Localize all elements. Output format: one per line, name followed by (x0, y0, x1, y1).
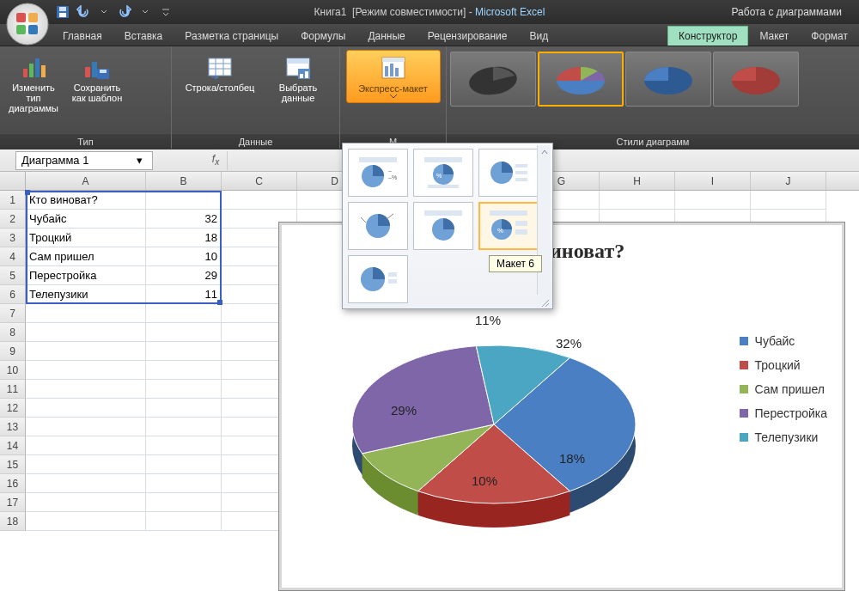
scroll-up-icon[interactable] (538, 145, 551, 159)
cell-A5[interactable]: Перестройка (26, 266, 146, 285)
quick-layout-button[interactable]: Экспресс-макет (346, 50, 441, 103)
tab-pagelayout[interactable]: Разметка страницы (174, 26, 289, 46)
cell-A7[interactable] (26, 304, 146, 323)
pie-plot-area[interactable]: 32% 18% 10% 29% 11% (331, 283, 657, 558)
tab-view[interactable]: Вид (518, 26, 559, 46)
row-header-1[interactable]: 1 (0, 191, 26, 210)
cell-C1[interactable] (222, 191, 297, 210)
col-header-A[interactable]: A (26, 172, 146, 190)
cell-B16[interactable] (146, 474, 222, 493)
row-header-3[interactable]: 3 (0, 229, 26, 247)
chart-style-2[interactable] (538, 52, 624, 107)
tab-layout[interactable]: Макет (748, 26, 800, 46)
row-header-8[interactable]: 8 (0, 323, 26, 342)
cell-B4[interactable]: 10 (146, 247, 222, 266)
cell-J1[interactable] (751, 191, 826, 210)
chart-style-3[interactable] (625, 52, 711, 107)
row-header-14[interactable]: 14 (0, 436, 26, 455)
qat-customize-icon[interactable] (156, 3, 175, 21)
cell-B10[interactable] (146, 361, 222, 380)
col-header-B[interactable]: B (146, 172, 222, 190)
row-header-18[interactable]: 18 (0, 512, 26, 531)
cell-B11[interactable] (146, 380, 222, 399)
change-chart-type-button[interactable]: Изменить типдиаграммы (3, 50, 64, 117)
row-header-7[interactable]: 7 (0, 304, 26, 323)
cell-B5[interactable]: 29 (146, 266, 222, 285)
tab-design[interactable]: Конструктор (667, 26, 748, 46)
chart-style-1[interactable] (450, 52, 536, 107)
layout-option-6[interactable]: % (478, 202, 539, 250)
cell-A8[interactable] (26, 323, 146, 342)
cell-A11[interactable] (26, 380, 146, 399)
row-header-12[interactable]: 12 (0, 399, 26, 418)
undo-more-icon[interactable] (94, 3, 113, 21)
layout-option-5[interactable] (413, 202, 473, 250)
redo-button[interactable] (115, 3, 134, 21)
cell-A2[interactable]: Чубайс (26, 210, 146, 229)
redo-more-icon[interactable] (136, 3, 155, 21)
undo-button[interactable] (74, 3, 93, 21)
cell-A1[interactable]: Кто виноват? (26, 191, 146, 210)
cell-A18[interactable] (26, 512, 146, 531)
col-header-I[interactable]: I (675, 172, 751, 190)
row-header-15[interactable]: 15 (0, 455, 26, 474)
row-header-2[interactable]: 2 (0, 210, 26, 229)
cell-B13[interactable] (146, 418, 222, 436)
cell-A10[interactable] (26, 361, 146, 380)
cell-A4[interactable]: Сам пришел (26, 247, 146, 266)
name-box-dropdown-icon[interactable]: ▾ (131, 154, 147, 167)
col-header-J[interactable]: J (751, 172, 826, 190)
cell-A6[interactable]: Телепузики (26, 285, 146, 304)
resize-grip-icon[interactable] (540, 296, 551, 307)
row-header-6[interactable]: 6 (0, 285, 26, 304)
cell-B12[interactable] (146, 399, 222, 418)
cell-A3[interactable]: Троцкий (26, 229, 146, 247)
cell-A16[interactable] (26, 474, 146, 493)
tab-data[interactable]: Данные (356, 26, 416, 46)
row-header-10[interactable]: 10 (0, 361, 26, 380)
name-box[interactable]: Диаграмма 1 ▾ (15, 151, 153, 170)
save-button[interactable] (53, 3, 72, 21)
row-header-16[interactable]: 16 (0, 474, 26, 493)
row-header-13[interactable]: 13 (0, 418, 26, 436)
layout-option-3[interactable] (478, 149, 539, 197)
layout-option-1[interactable]: ––% (348, 149, 408, 197)
cell-B8[interactable] (146, 323, 222, 342)
cell-B18[interactable] (146, 512, 222, 531)
cell-A13[interactable] (26, 418, 146, 436)
cell-B7[interactable] (146, 304, 222, 323)
row-header-5[interactable]: 5 (0, 266, 26, 285)
cell-B1[interactable] (146, 191, 222, 210)
row-header-9[interactable]: 9 (0, 342, 26, 361)
cell-B6[interactable]: 11 (146, 285, 222, 304)
office-button[interactable] (5, 2, 50, 46)
tab-formulas[interactable]: Формулы (289, 26, 356, 46)
layout-option-7[interactable] (348, 255, 408, 303)
cell-B17[interactable] (146, 493, 222, 512)
select-all-corner[interactable] (0, 172, 26, 190)
save-template-button[interactable]: Сохранитькак шаблон (67, 50, 127, 107)
cell-A15[interactable] (26, 455, 146, 474)
switch-row-col-button[interactable]: Строка/столбец (175, 50, 265, 96)
cell-B9[interactable] (146, 342, 222, 361)
tab-review[interactable]: Рецензирование (417, 26, 519, 46)
chart-legend[interactable]: Чубайс Троцкий Сам пришел Перестройка Те… (740, 334, 827, 454)
cell-A9[interactable] (26, 342, 146, 361)
tab-home[interactable]: Главная (52, 26, 113, 46)
chart-style-4[interactable] (713, 52, 799, 107)
cell-B14[interactable] (146, 436, 222, 455)
col-header-C[interactable]: C (222, 172, 297, 190)
layout-option-4[interactable] (348, 202, 408, 250)
cell-H1[interactable] (600, 191, 675, 210)
cell-B2[interactable]: 32 (146, 210, 222, 229)
row-header-4[interactable]: 4 (0, 247, 26, 266)
tab-format[interactable]: Формат (800, 26, 859, 46)
cell-I1[interactable] (675, 191, 751, 210)
layout-option-2[interactable]: % (413, 149, 473, 197)
cell-A14[interactable] (26, 436, 146, 455)
cell-B3[interactable]: 18 (146, 229, 222, 247)
row-header-11[interactable]: 11 (0, 380, 26, 399)
col-header-H[interactable]: H (600, 172, 675, 190)
cell-B15[interactable] (146, 455, 222, 474)
cell-A17[interactable] (26, 493, 146, 512)
